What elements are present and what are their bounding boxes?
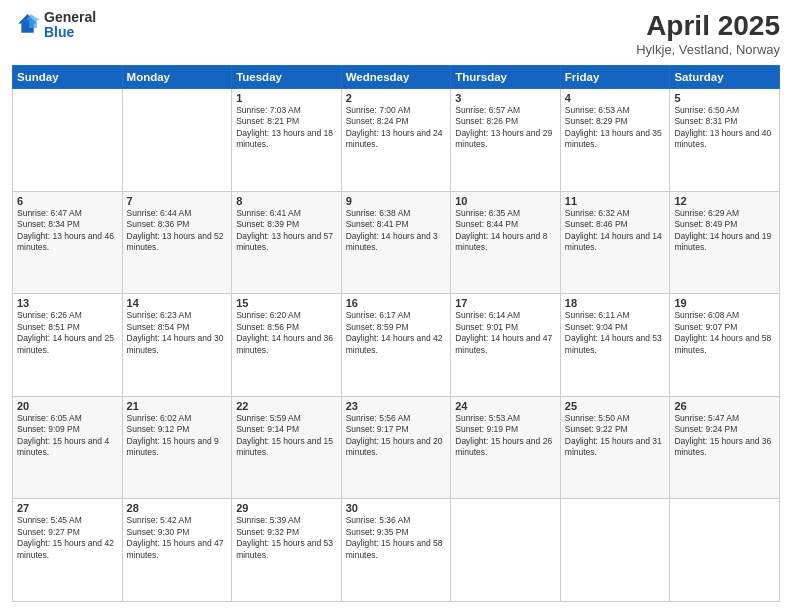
day-number: 25 <box>565 400 666 412</box>
day-number: 1 <box>236 92 337 104</box>
calendar-cell: 9Sunrise: 6:38 AM Sunset: 8:41 PM Daylig… <box>341 191 451 294</box>
day-number: 8 <box>236 195 337 207</box>
logo-icon <box>12 11 40 39</box>
calendar-cell: 4Sunrise: 6:53 AM Sunset: 8:29 PM Daylig… <box>560 89 670 192</box>
calendar-cell: 16Sunrise: 6:17 AM Sunset: 8:59 PM Dayli… <box>341 294 451 397</box>
day-number: 10 <box>455 195 556 207</box>
day-info: Sunrise: 6:05 AM Sunset: 9:09 PM Dayligh… <box>17 413 118 459</box>
day-number: 4 <box>565 92 666 104</box>
day-info: Sunrise: 6:29 AM Sunset: 8:49 PM Dayligh… <box>674 208 775 254</box>
week-row-1: 6Sunrise: 6:47 AM Sunset: 8:34 PM Daylig… <box>13 191 780 294</box>
header-wednesday: Wednesday <box>341 66 451 89</box>
day-number: 3 <box>455 92 556 104</box>
calendar-cell: 27Sunrise: 5:45 AM Sunset: 9:27 PM Dayli… <box>13 499 123 602</box>
day-number: 15 <box>236 297 337 309</box>
calendar-cell: 21Sunrise: 6:02 AM Sunset: 9:12 PM Dayli… <box>122 396 232 499</box>
calendar-cell: 6Sunrise: 6:47 AM Sunset: 8:34 PM Daylig… <box>13 191 123 294</box>
day-number: 11 <box>565 195 666 207</box>
calendar-cell: 11Sunrise: 6:32 AM Sunset: 8:46 PM Dayli… <box>560 191 670 294</box>
day-info: Sunrise: 5:47 AM Sunset: 9:24 PM Dayligh… <box>674 413 775 459</box>
day-number: 21 <box>127 400 228 412</box>
calendar-cell: 24Sunrise: 5:53 AM Sunset: 9:19 PM Dayli… <box>451 396 561 499</box>
day-number: 27 <box>17 502 118 514</box>
calendar-cell: 23Sunrise: 5:56 AM Sunset: 9:17 PM Dayli… <box>341 396 451 499</box>
day-number: 13 <box>17 297 118 309</box>
logo: General Blue <box>12 10 96 41</box>
day-info: Sunrise: 5:45 AM Sunset: 9:27 PM Dayligh… <box>17 515 118 561</box>
header-monday: Monday <box>122 66 232 89</box>
day-number: 18 <box>565 297 666 309</box>
day-info: Sunrise: 6:35 AM Sunset: 8:44 PM Dayligh… <box>455 208 556 254</box>
calendar-cell: 17Sunrise: 6:14 AM Sunset: 9:01 PM Dayli… <box>451 294 561 397</box>
day-number: 28 <box>127 502 228 514</box>
day-info: Sunrise: 6:26 AM Sunset: 8:51 PM Dayligh… <box>17 310 118 356</box>
day-info: Sunrise: 6:38 AM Sunset: 8:41 PM Dayligh… <box>346 208 447 254</box>
calendar-cell: 19Sunrise: 6:08 AM Sunset: 9:07 PM Dayli… <box>670 294 780 397</box>
title-location: Hylkje, Vestland, Norway <box>636 42 780 57</box>
day-info: Sunrise: 6:32 AM Sunset: 8:46 PM Dayligh… <box>565 208 666 254</box>
day-number: 7 <box>127 195 228 207</box>
day-info: Sunrise: 6:08 AM Sunset: 9:07 PM Dayligh… <box>674 310 775 356</box>
logo-general: General <box>44 10 96 25</box>
day-info: Sunrise: 6:44 AM Sunset: 8:36 PM Dayligh… <box>127 208 228 254</box>
day-number: 23 <box>346 400 447 412</box>
calendar-cell <box>670 499 780 602</box>
week-row-3: 20Sunrise: 6:05 AM Sunset: 9:09 PM Dayli… <box>13 396 780 499</box>
header: General Blue April 2025 Hylkje, Vestland… <box>12 10 780 57</box>
calendar-cell: 20Sunrise: 6:05 AM Sunset: 9:09 PM Dayli… <box>13 396 123 499</box>
calendar-table: Sunday Monday Tuesday Wednesday Thursday… <box>12 65 780 602</box>
calendar-cell: 25Sunrise: 5:50 AM Sunset: 9:22 PM Dayli… <box>560 396 670 499</box>
calendar-cell <box>560 499 670 602</box>
calendar-cell: 8Sunrise: 6:41 AM Sunset: 8:39 PM Daylig… <box>232 191 342 294</box>
calendar-cell: 10Sunrise: 6:35 AM Sunset: 8:44 PM Dayli… <box>451 191 561 294</box>
calendar-cell: 2Sunrise: 7:00 AM Sunset: 8:24 PM Daylig… <box>341 89 451 192</box>
calendar-cell: 13Sunrise: 6:26 AM Sunset: 8:51 PM Dayli… <box>13 294 123 397</box>
day-info: Sunrise: 7:03 AM Sunset: 8:21 PM Dayligh… <box>236 105 337 151</box>
day-info: Sunrise: 6:17 AM Sunset: 8:59 PM Dayligh… <box>346 310 447 356</box>
day-number: 16 <box>346 297 447 309</box>
day-info: Sunrise: 5:36 AM Sunset: 9:35 PM Dayligh… <box>346 515 447 561</box>
day-number: 6 <box>17 195 118 207</box>
day-info: Sunrise: 5:59 AM Sunset: 9:14 PM Dayligh… <box>236 413 337 459</box>
day-number: 12 <box>674 195 775 207</box>
calendar-cell: 22Sunrise: 5:59 AM Sunset: 9:14 PM Dayli… <box>232 396 342 499</box>
header-tuesday: Tuesday <box>232 66 342 89</box>
day-info: Sunrise: 6:41 AM Sunset: 8:39 PM Dayligh… <box>236 208 337 254</box>
day-info: Sunrise: 5:56 AM Sunset: 9:17 PM Dayligh… <box>346 413 447 459</box>
calendar-cell: 29Sunrise: 5:39 AM Sunset: 9:32 PM Dayli… <box>232 499 342 602</box>
header-sunday: Sunday <box>13 66 123 89</box>
day-info: Sunrise: 6:57 AM Sunset: 8:26 PM Dayligh… <box>455 105 556 151</box>
calendar-header-row: Sunday Monday Tuesday Wednesday Thursday… <box>13 66 780 89</box>
day-number: 2 <box>346 92 447 104</box>
logo-blue: Blue <box>44 25 96 40</box>
calendar-cell: 18Sunrise: 6:11 AM Sunset: 9:04 PM Dayli… <box>560 294 670 397</box>
day-number: 22 <box>236 400 337 412</box>
day-info: Sunrise: 5:42 AM Sunset: 9:30 PM Dayligh… <box>127 515 228 561</box>
day-number: 5 <box>674 92 775 104</box>
calendar-cell: 28Sunrise: 5:42 AM Sunset: 9:30 PM Dayli… <box>122 499 232 602</box>
title-block: April 2025 Hylkje, Vestland, Norway <box>636 10 780 57</box>
calendar-cell: 7Sunrise: 6:44 AM Sunset: 8:36 PM Daylig… <box>122 191 232 294</box>
day-info: Sunrise: 5:50 AM Sunset: 9:22 PM Dayligh… <box>565 413 666 459</box>
header-thursday: Thursday <box>451 66 561 89</box>
calendar-cell: 1Sunrise: 7:03 AM Sunset: 8:21 PM Daylig… <box>232 89 342 192</box>
day-info: Sunrise: 6:23 AM Sunset: 8:54 PM Dayligh… <box>127 310 228 356</box>
calendar-cell: 3Sunrise: 6:57 AM Sunset: 8:26 PM Daylig… <box>451 89 561 192</box>
header-saturday: Saturday <box>670 66 780 89</box>
calendar-cell: 30Sunrise: 5:36 AM Sunset: 9:35 PM Dayli… <box>341 499 451 602</box>
week-row-4: 27Sunrise: 5:45 AM Sunset: 9:27 PM Dayli… <box>13 499 780 602</box>
day-info: Sunrise: 5:39 AM Sunset: 9:32 PM Dayligh… <box>236 515 337 561</box>
calendar-cell: 5Sunrise: 6:50 AM Sunset: 8:31 PM Daylig… <box>670 89 780 192</box>
day-info: Sunrise: 5:53 AM Sunset: 9:19 PM Dayligh… <box>455 413 556 459</box>
calendar-cell <box>451 499 561 602</box>
day-info: Sunrise: 6:20 AM Sunset: 8:56 PM Dayligh… <box>236 310 337 356</box>
day-number: 17 <box>455 297 556 309</box>
day-info: Sunrise: 6:53 AM Sunset: 8:29 PM Dayligh… <box>565 105 666 151</box>
day-info: Sunrise: 7:00 AM Sunset: 8:24 PM Dayligh… <box>346 105 447 151</box>
day-info: Sunrise: 6:02 AM Sunset: 9:12 PM Dayligh… <box>127 413 228 459</box>
calendar-cell: 14Sunrise: 6:23 AM Sunset: 8:54 PM Dayli… <box>122 294 232 397</box>
page: General Blue April 2025 Hylkje, Vestland… <box>0 0 792 612</box>
calendar-cell: 15Sunrise: 6:20 AM Sunset: 8:56 PM Dayli… <box>232 294 342 397</box>
week-row-0: 1Sunrise: 7:03 AM Sunset: 8:21 PM Daylig… <box>13 89 780 192</box>
title-month: April 2025 <box>636 10 780 42</box>
